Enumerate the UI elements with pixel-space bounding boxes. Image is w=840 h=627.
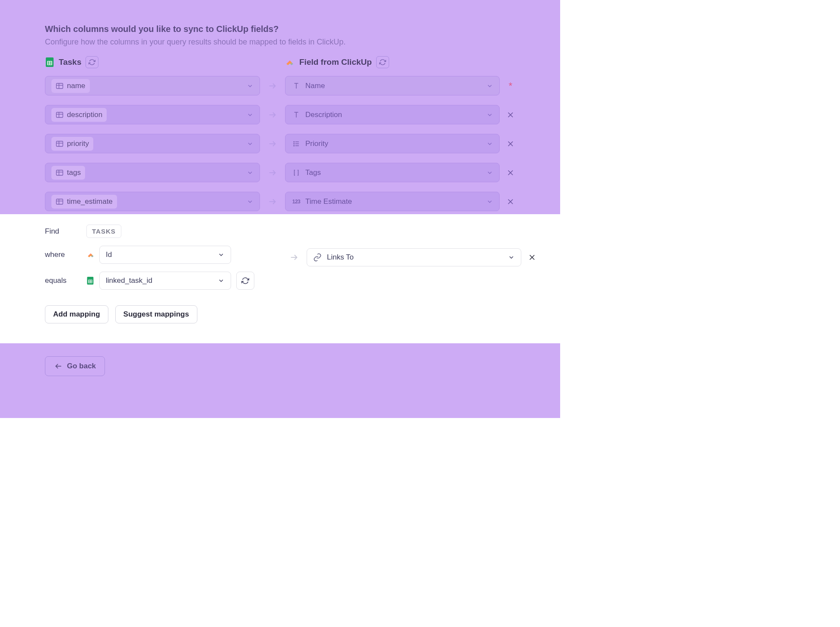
- panel-question: Which columns would you like to sync to …: [45, 24, 543, 34]
- svg-rect-26: [57, 170, 63, 175]
- find-entity-chip: TASKS: [86, 225, 121, 238]
- refresh-icon: [89, 59, 95, 66]
- table-icon: [56, 111, 63, 118]
- footer-panel: Go back: [0, 343, 560, 418]
- field-type-icon: [292, 82, 301, 90]
- table-icon: [56, 169, 63, 176]
- target-field-select[interactable]: 123Time Estimate: [285, 192, 500, 211]
- chevron-down-icon: [508, 254, 515, 261]
- target-field-select[interactable]: Description: [285, 105, 500, 124]
- svg-rect-32: [57, 199, 63, 204]
- target-field-select[interactable]: Tags: [285, 163, 500, 182]
- column-tag: time_estimate: [51, 195, 117, 209]
- lookup-panel: Find TASKS where Id equa: [0, 214, 560, 343]
- column-tag: priority: [51, 137, 93, 151]
- link-icon: [313, 253, 322, 262]
- table-icon: [56, 140, 63, 147]
- row-action: [500, 140, 521, 148]
- arrow-right-icon: [260, 110, 285, 120]
- mapping-config-panel: Which columns would you like to sync to …: [0, 0, 560, 214]
- target-field-name: Time Estimate: [305, 197, 352, 206]
- refresh-icon: [241, 277, 249, 285]
- arrow-right-icon: [260, 81, 285, 91]
- column-headers: Tasks Field from ClickUp: [45, 56, 543, 68]
- refresh-target-button[interactable]: [376, 56, 389, 68]
- arrow-right-icon: [260, 168, 285, 177]
- chevron-down-icon: [486, 169, 493, 176]
- chevron-down-icon: [247, 111, 254, 118]
- source-column-name: description: [67, 111, 102, 119]
- arrow-right-icon: [260, 197, 285, 206]
- row-action: *: [500, 80, 521, 92]
- remove-mapping-button[interactable]: [507, 111, 514, 119]
- equals-label: equals: [45, 276, 86, 285]
- field-type-icon: 123: [292, 199, 301, 205]
- svg-rect-4: [57, 83, 63, 89]
- refresh-icon: [379, 59, 386, 66]
- chevron-down-icon: [486, 198, 493, 205]
- field-type-icon: [292, 111, 301, 119]
- add-mapping-button[interactable]: Add mapping: [45, 305, 108, 323]
- svg-point-21: [294, 141, 295, 142]
- chevron-down-icon: [218, 277, 225, 284]
- where-label: where: [45, 250, 86, 259]
- chevron-down-icon: [218, 251, 225, 258]
- remove-mapping-button[interactable]: [507, 198, 514, 206]
- target-field-select[interactable]: Priority: [285, 134, 500, 153]
- column-tag: tags: [51, 166, 85, 180]
- find-label: Find: [45, 227, 86, 236]
- lookup-target-select[interactable]: Links To: [307, 248, 521, 266]
- remove-mapping-button[interactable]: [507, 140, 514, 148]
- chevron-down-icon: [247, 82, 254, 89]
- row-action: [500, 111, 521, 119]
- go-back-label: Go back: [67, 362, 96, 370]
- field-type-icon: [292, 169, 301, 177]
- svg-point-22: [294, 143, 295, 144]
- chevron-down-icon: [486, 82, 493, 89]
- column-tag: name: [51, 79, 90, 93]
- remove-lookup-button[interactable]: [521, 253, 543, 261]
- source-column-name: name: [67, 82, 86, 90]
- mapping-row: descriptionDescription: [45, 105, 543, 124]
- target-column-title: Field from ClickUp: [299, 57, 372, 67]
- chevron-down-icon: [247, 140, 254, 147]
- mapping-rows: nameName*descriptionDescriptionpriorityP…: [45, 76, 543, 211]
- source-column-select[interactable]: priority: [45, 134, 260, 153]
- suggest-mappings-button[interactable]: Suggest mappings: [115, 305, 197, 323]
- required-asterisk: *: [509, 80, 513, 92]
- source-column-select[interactable]: description: [45, 105, 260, 124]
- where-field-select[interactable]: Id: [99, 246, 231, 264]
- mapping-row: priorityPriority: [45, 134, 543, 153]
- svg-rect-8: [57, 112, 63, 117]
- row-action: [500, 198, 521, 206]
- equals-column-select[interactable]: linked_task_id: [99, 272, 231, 290]
- source-column-title: Tasks: [59, 57, 81, 67]
- target-field-name: Tags: [305, 168, 321, 177]
- svg-rect-14: [57, 141, 63, 146]
- clickup-icon: [86, 250, 99, 259]
- target-field-name: Description: [305, 111, 342, 119]
- source-column-name: time_estimate: [67, 197, 113, 206]
- sheets-icon: [86, 276, 99, 285]
- chevron-down-icon: [247, 198, 254, 205]
- table-icon: [56, 198, 63, 205]
- mapping-row: tagsTags: [45, 163, 543, 182]
- chevron-down-icon: [486, 111, 493, 118]
- source-column-select[interactable]: tags: [45, 163, 260, 182]
- source-column-name: tags: [67, 168, 81, 177]
- source-column-select[interactable]: name: [45, 76, 260, 95]
- arrow-right-icon: [260, 139, 285, 149]
- source-column-select[interactable]: time_estimate: [45, 192, 260, 211]
- column-tag: description: [51, 108, 107, 122]
- lookup-target-label: Links To: [327, 253, 354, 262]
- refresh-source-button[interactable]: [86, 56, 98, 68]
- mapping-row: nameName*: [45, 76, 543, 95]
- remove-mapping-button[interactable]: [507, 169, 514, 177]
- refresh-equals-button[interactable]: [236, 272, 254, 290]
- sheets-icon: [45, 57, 54, 67]
- table-icon: [56, 82, 63, 89]
- go-back-button[interactable]: Go back: [45, 356, 105, 376]
- arrow-right-icon: [282, 253, 307, 262]
- source-column-name: priority: [67, 139, 89, 148]
- target-field-select[interactable]: Name: [285, 76, 500, 95]
